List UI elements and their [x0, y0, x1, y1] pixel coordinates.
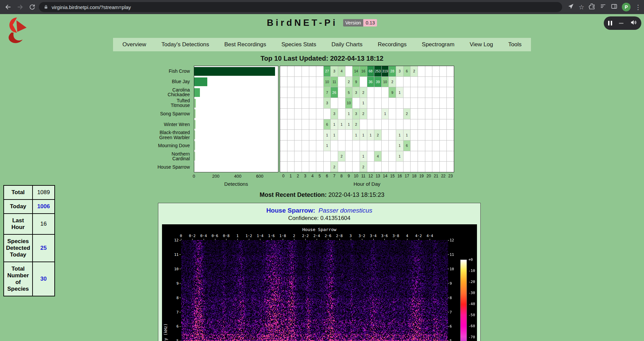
url-bar[interactable]: virginia.birdnetpi.com/?stream=play	[39, 2, 562, 12]
most-recent-detection: Most Recent Detection: 2022-04-13 18:15:…	[0, 191, 644, 198]
heat-cell	[367, 119, 374, 130]
colorbar-tick: -60	[469, 324, 475, 328]
heat-xtick: 11	[360, 174, 367, 178]
stat-value-total-number-of-species[interactable]: 30	[33, 262, 55, 296]
spectro-xtick: 4·4	[426, 234, 433, 238]
heat-cell	[432, 162, 439, 172]
bar-xtick: 600	[256, 174, 264, 179]
heat-cell: 39	[374, 77, 381, 87]
heat-cell	[294, 77, 302, 87]
reading-list-icon[interactable]	[600, 3, 606, 11]
profile-avatar[interactable]: P	[622, 3, 631, 11]
nav-item-recordings[interactable]: Recordings	[378, 41, 407, 48]
heat-cell: 14	[353, 66, 360, 76]
spectro-ytick-right: 10	[450, 267, 454, 271]
side-panel-icon[interactable]	[611, 3, 618, 11]
stat-value-species-detected-today[interactable]: 25	[33, 234, 55, 262]
heat-cell	[309, 162, 316, 172]
heat-cell	[432, 151, 439, 162]
recent-detection-label: Most Recent Detection:	[260, 191, 327, 198]
spectro-xtick: 4	[406, 234, 409, 238]
nav-item-daily-charts[interactable]: Daily Charts	[331, 41, 363, 48]
detections-bar-tufted-titmouse	[194, 99, 196, 108]
detections-bar-mourning-dove	[194, 141, 195, 150]
heat-cell	[425, 77, 432, 87]
menu-kebab-icon[interactable]: ⋮	[635, 4, 641, 10]
heat-cell	[302, 77, 309, 87]
heat-cell	[382, 119, 389, 130]
heat-cell	[425, 130, 432, 140]
heat-cell	[418, 109, 425, 119]
species-common-name-link[interactable]: House Sparrow:	[266, 207, 315, 214]
stats-row: Total Number of Species30	[4, 262, 55, 296]
heat-xtick: 15	[389, 174, 396, 178]
heat-cell	[389, 140, 396, 151]
forward-button[interactable]	[15, 2, 25, 12]
nav-item-today-s-detections[interactable]: Today's Detections	[161, 41, 209, 48]
heat-cell: 1	[396, 130, 403, 140]
stat-label-last-hour: Last Hour	[4, 214, 33, 234]
reload-button[interactable]	[27, 2, 38, 12]
back-button[interactable]	[3, 2, 13, 12]
stat-label-total-number-of-species: Total Number of Species	[4, 262, 33, 296]
heat-cell	[294, 119, 302, 130]
heat-cell	[294, 98, 302, 108]
heat-cell	[404, 87, 411, 98]
heat-cell	[338, 140, 345, 151]
heat-cell	[316, 162, 323, 172]
heat-cell	[447, 66, 454, 76]
bar-xtick: 0	[193, 174, 195, 179]
heat-cell	[294, 140, 302, 151]
heat-cell	[294, 87, 302, 98]
heat-cell	[316, 151, 323, 162]
heat-cell: 2	[360, 109, 367, 119]
detections-bar-black-throated-green-warbler	[194, 130, 195, 139]
heat-cell	[302, 162, 309, 172]
heat-cell	[287, 119, 294, 130]
send-icon[interactable]	[568, 3, 574, 11]
heat-cell	[338, 98, 345, 108]
pause-button[interactable]	[608, 21, 612, 25]
bar-x-axis: 0200400600	[194, 174, 278, 179]
heat-xtick: 20	[425, 174, 432, 178]
heat-cell: 4	[374, 151, 381, 162]
heat-cell: 10	[382, 77, 389, 87]
heat-cell	[294, 130, 302, 140]
heat-cell	[418, 119, 425, 130]
heat-cell	[353, 140, 360, 151]
bar-row	[194, 66, 278, 77]
nav-item-species-stats[interactable]: Species Stats	[281, 41, 316, 48]
heat-cell	[280, 77, 287, 87]
heat-cell	[287, 87, 294, 98]
heat-cell	[367, 98, 374, 108]
heat-cell	[367, 162, 374, 172]
heat-cell: 1	[396, 140, 403, 151]
nav-item-tools[interactable]: Tools	[508, 41, 522, 48]
heat-cell: 2	[353, 119, 360, 130]
extensions-icon[interactable]	[589, 3, 595, 11]
heat-cell	[345, 66, 353, 76]
nav-item-spectrogram[interactable]: Spectrogram	[422, 41, 454, 48]
seek-bar[interactable]	[619, 23, 624, 24]
stats-table: Total1089Today1006Last Hour16Species Det…	[3, 185, 55, 296]
heat-cell	[447, 87, 454, 98]
heat-cell: 6	[404, 66, 411, 76]
heat-cell	[440, 77, 447, 87]
spectro-ytick-left: 7	[170, 310, 179, 314]
stat-value-today[interactable]: 1006	[33, 200, 55, 214]
species-latin-name-link[interactable]: Passer domesticus	[319, 207, 373, 214]
heat-cell	[302, 66, 309, 76]
detections-bar-chart	[194, 66, 278, 172]
bookmark-star-icon[interactable]: ☆	[579, 4, 584, 10]
nav-item-overview[interactable]: Overview	[122, 41, 146, 48]
confidence-value: 0.41351604	[320, 215, 351, 221]
heat-cell	[280, 66, 287, 76]
recent-detection-value: 2022-04-13 18:15:23	[328, 191, 384, 198]
nav-item-view-log[interactable]: View Log	[470, 41, 493, 48]
nav-item-best-recordings[interactable]: Best Recordings	[224, 41, 266, 48]
volume-icon[interactable]	[630, 19, 637, 27]
confidence-label: Confidence:	[288, 215, 319, 221]
heat-cell	[382, 87, 389, 98]
heat-cell	[440, 130, 447, 140]
spectro-ytick-left: 8	[170, 295, 179, 300]
